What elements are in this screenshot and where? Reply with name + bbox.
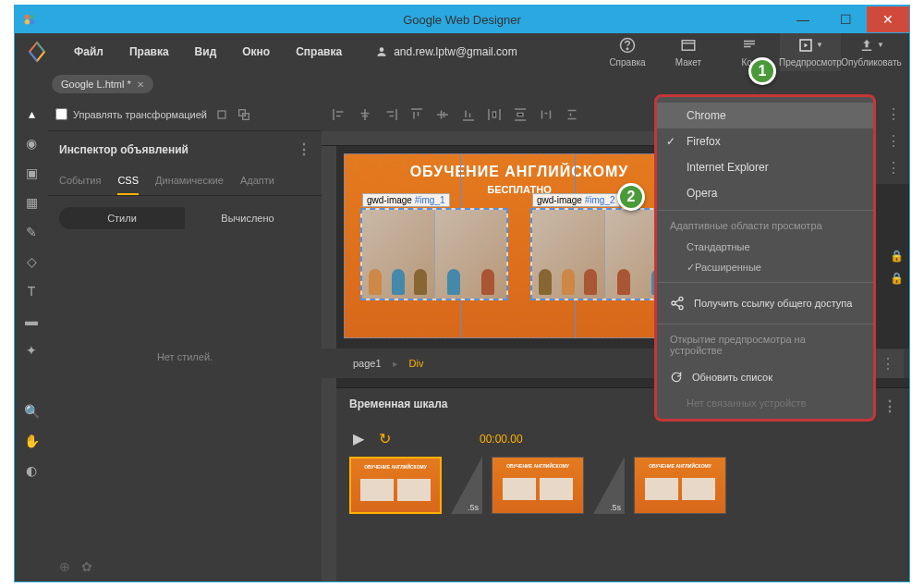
preview-action[interactable]: ▼ Предпросмотр <box>780 33 841 71</box>
selection-tool[interactable]: ▴ <box>23 105 40 122</box>
menu-file[interactable]: Файл <box>63 40 115 64</box>
check-icon: ✓ <box>666 135 675 148</box>
inspector-menu-icon[interactable]: ⋮ <box>297 141 310 158</box>
browser-opera[interactable]: Opera <box>657 180 873 206</box>
panel-footer: ⊕ ✿ <box>48 552 322 581</box>
svg-point-1 <box>30 15 34 19</box>
keyframe-1[interactable]: ОБУЧЕНИЕ АНГЛИЙСКОМУ <box>349 457 442 514</box>
no-devices-message: Нет связанных устройств <box>657 393 873 413</box>
preview-dropdown: Chrome ✓Firefox Internet Explorer Opera … <box>654 94 876 422</box>
space-v-icon[interactable] <box>564 106 580 123</box>
right-sidebar: ⋮ ⋮ ⋮ <box>876 98 909 184</box>
paint-tool[interactable]: ✦ <box>23 342 40 359</box>
lock-icon[interactable]: 🔒 <box>890 272 904 285</box>
3d-rotate-tool[interactable]: ◉ <box>23 135 40 152</box>
close-tab-icon[interactable]: ✕ <box>137 79 144 90</box>
close-button[interactable]: ✕ <box>867 6 909 32</box>
fill-tool[interactable]: ▬ <box>23 312 40 329</box>
components-menu-icon[interactable]: ⋮ <box>881 355 894 373</box>
minimize-button[interactable]: — <box>782 6 824 32</box>
menu-view[interactable]: Вид <box>184 40 228 64</box>
menu-edit[interactable]: Правка <box>118 40 180 64</box>
lock-controls: 🔒 🔒 <box>890 250 904 285</box>
computed-button[interactable]: Вычислено <box>185 207 310 229</box>
browser-chrome[interactable]: Chrome <box>657 103 873 128</box>
distribute-v-icon[interactable] <box>512 106 529 123</box>
tab-css[interactable]: CSS <box>117 167 139 195</box>
file-tab-label: Google L.html * <box>61 79 131 90</box>
image-element-1[interactable]: gwd-image #img_1 <box>360 208 508 300</box>
align-left-icon[interactable] <box>331 106 347 123</box>
loop-button[interactable]: ↻ <box>379 430 391 447</box>
tab-adaptive[interactable]: Адапти <box>240 167 274 195</box>
align-middle-icon[interactable] <box>434 106 451 123</box>
layout-action[interactable]: Макет <box>658 33 719 71</box>
element-tool[interactable]: ▦ <box>23 194 40 211</box>
transform-toolbar: Управлять трансформацией <box>48 98 322 131</box>
align-right-icon[interactable] <box>383 106 399 123</box>
shape-tool[interactable]: ◇ <box>23 253 40 270</box>
upload-icon <box>858 37 875 54</box>
share-icon <box>670 296 685 311</box>
transform-checkbox[interactable]: Управлять трансформацией <box>55 108 207 120</box>
distribute-h-icon[interactable] <box>486 106 503 123</box>
hand-tool[interactable]: ✋ <box>23 433 40 449</box>
window-title: Google Web Designer <box>403 13 521 27</box>
panel-menu-icon[interactable]: ⋮ <box>886 105 900 123</box>
refresh-devices[interactable]: Обновить список <box>657 361 873 393</box>
zoom-tool[interactable]: 🔍 <box>23 403 40 420</box>
align-center-icon[interactable] <box>357 106 373 123</box>
maximize-button[interactable]: ☐ <box>824 6 867 32</box>
menu-help[interactable]: Справка <box>285 40 353 64</box>
align-bottom-icon[interactable] <box>460 106 477 123</box>
menu-window[interactable]: Окно <box>231 40 281 64</box>
tool-palette: ▴ ◉ ▣ ▦ ✎ ◇ T ▬ ✦ 🔍 ✋ ◐ <box>15 98 48 581</box>
viewport-standard[interactable]: Стандартные <box>657 237 873 257</box>
transition-2[interactable]: .5s <box>593 457 625 514</box>
banner-headline[interactable]: ОБУЧЕНИЕ АНГЛИЙСКОМУ <box>345 164 694 180</box>
keyframe-3[interactable]: ОБУЧЕНИЕ АНГЛИЙСКОМУ <box>634 457 726 514</box>
share-link-item[interactable]: Получить ссылку общего доступа <box>657 287 873 320</box>
page-indicator[interactable]: page1 <box>353 358 382 369</box>
breadcrumb-div[interactable]: Div <box>409 358 424 369</box>
lock-icon[interactable]: 🔒 <box>890 250 904 263</box>
empty-styles-message: Нет стилей. <box>48 351 322 362</box>
transition-1[interactable]: .5s <box>451 457 482 514</box>
user-account[interactable]: and.rew.lptw@gmail.com <box>375 45 517 58</box>
text-tool[interactable]: T <box>23 283 40 300</box>
keyframes-track: ОБУЧЕНИЕ АНГЛИЙСКОМУ .5s ОБУЧЕНИЕ АНГЛИЙ… <box>336 457 909 514</box>
viewport-extended[interactable]: ✓Расширенные <box>657 257 873 278</box>
pen-tool[interactable]: ✎ <box>23 224 40 240</box>
file-tab[interactable]: Google L.html * ✕ <box>52 75 153 93</box>
user-email: and.rew.lptw@gmail.com <box>394 45 517 58</box>
styles-button[interactable]: Стили <box>59 207 185 229</box>
element-label: gwd-image #img_1 <box>362 193 450 207</box>
callout-badge-2: 2 <box>617 183 645 211</box>
layer-icon[interactable] <box>237 107 251 122</box>
panel-menu-icon[interactable]: ⋮ <box>886 159 900 177</box>
space-h-icon[interactable] <box>538 106 554 123</box>
browser-ie[interactable]: Internet Explorer <box>657 154 873 180</box>
3d-object-tool[interactable]: ▣ <box>23 165 40 181</box>
svg-point-3 <box>30 19 34 24</box>
keyframe-2[interactable]: ОБУЧЕНИЕ АНГЛИЙСКОМУ <box>492 457 584 514</box>
color-tool[interactable]: ◐ <box>23 462 40 479</box>
timeline-menu-icon[interactable]: ⋮ <box>882 397 896 415</box>
settings-icon[interactable]: ✿ <box>81 559 92 574</box>
play-button[interactable]: ▶ <box>353 430 364 447</box>
crop-icon[interactable] <box>214 107 229 122</box>
publish-action[interactable]: ▼ Опубликовать <box>841 33 902 71</box>
tab-dynamic[interactable]: Динамические <box>155 167 224 195</box>
panel-menu-icon[interactable]: ⋮ <box>886 132 900 150</box>
browser-firefox[interactable]: ✓Firefox <box>657 128 873 154</box>
style-mode-toggle: Стили Вычислено <box>48 196 322 240</box>
titlebar: Google Web Designer — ☐ ✕ <box>15 6 909 33</box>
align-top-icon[interactable] <box>408 106 425 123</box>
svg-point-13 <box>672 301 675 305</box>
gwd-logo-icon <box>26 41 48 63</box>
design-canvas[interactable]: ОБУЧЕНИЕ АНГЛИЙСКОМУ БЕСПЛАТНО gwd-image… <box>344 153 695 338</box>
app-logo-icon <box>22 12 37 27</box>
help-action[interactable]: Справка <box>597 33 658 71</box>
tab-events[interactable]: События <box>59 167 101 195</box>
add-icon[interactable]: ⊕ <box>59 559 70 574</box>
